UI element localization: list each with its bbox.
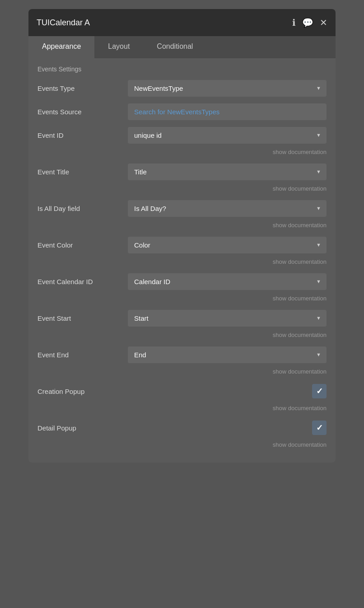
select-event-end[interactable]: End <box>128 346 327 363</box>
checkbox-wrapper-creation-popup <box>128 384 327 398</box>
doc-row-event-start: show documentation <box>37 331 327 342</box>
control-event-title: Title <box>128 164 327 180</box>
field-event-end: Event End End <box>37 344 327 365</box>
checkbox-wrapper-detail-popup <box>128 421 327 435</box>
control-event-calendar-id: Calendar ID <box>128 273 327 290</box>
link-events-source[interactable]: Search for NewEventsTypes <box>128 103 327 120</box>
label-event-id: Event ID <box>37 131 128 139</box>
field-event-start: Event Start Start <box>37 307 327 329</box>
select-wrapper-event-end: End <box>128 346 327 363</box>
doc-link-event-start[interactable]: show documentation <box>128 331 327 342</box>
control-event-start: Start <box>128 310 327 327</box>
control-event-end: End <box>128 346 327 363</box>
doc-link-event-calendar-id[interactable]: show documentation <box>128 294 327 305</box>
doc-row-event-id: show documentation <box>37 148 327 159</box>
label-events-source: Events Source <box>37 108 128 116</box>
select-wrapper-event-color: Color <box>128 237 327 253</box>
field-is-all-day: Is All Day field Is All Day? <box>37 197 327 219</box>
control-detail-popup <box>128 421 327 435</box>
label-event-calendar-id: Event Calendar ID <box>37 278 128 285</box>
title-bar: TUICalendar A ℹ 💬 ✕ <box>28 9 336 36</box>
section-header: Events Settings <box>37 58 327 77</box>
window: TUICalendar A ℹ 💬 ✕ Appearance Layout Co… <box>28 9 336 463</box>
title-bar-icons: ℹ 💬 ✕ <box>292 17 327 28</box>
window-title: TUICalendar A <box>37 18 90 28</box>
label-creation-popup: Creation Popup <box>37 388 128 395</box>
label-events-type: Events Type <box>37 84 128 92</box>
control-events-type: NewEventsType <box>128 80 327 97</box>
field-event-title: Event Title Title <box>37 161 327 182</box>
doc-link-event-color[interactable]: show documentation <box>128 257 327 269</box>
label-is-all-day: Is All Day field <box>37 205 128 212</box>
doc-link-event-title[interactable]: show documentation <box>128 184 327 196</box>
select-wrapper-events-type: NewEventsType <box>128 80 327 97</box>
content-area: Events Settings Events Type NewEventsTyp… <box>28 58 336 463</box>
info-icon[interactable]: ℹ <box>292 17 296 28</box>
doc-row-event-title: show documentation <box>37 184 327 196</box>
tab-bar: Appearance Layout Conditional <box>28 36 336 58</box>
select-wrapper-event-id: unique id <box>128 127 327 144</box>
doc-link-event-end[interactable]: show documentation <box>128 367 327 379</box>
label-event-start: Event Start <box>37 314 128 322</box>
field-creation-popup: Creation Popup <box>37 380 327 402</box>
doc-row-event-calendar-id: show documentation <box>37 294 327 305</box>
select-event-id[interactable]: unique id <box>128 127 327 144</box>
select-wrapper-event-calendar-id: Calendar ID <box>128 273 327 290</box>
field-events-type: Events Type NewEventsType <box>37 77 327 99</box>
doc-link-is-all-day[interactable]: show documentation <box>128 221 327 232</box>
doc-row-detail-popup: show documentation <box>37 440 327 452</box>
checkbox-creation-popup[interactable] <box>312 384 327 398</box>
field-detail-popup: Detail Popup <box>37 417 327 439</box>
doc-row-event-color: show documentation <box>37 257 327 269</box>
chat-icon[interactable]: 💬 <box>302 17 313 28</box>
field-event-calendar-id: Event Calendar ID Calendar ID <box>37 271 327 292</box>
tab-appearance[interactable]: Appearance <box>28 36 94 58</box>
control-events-source: Search for NewEventsTypes <box>128 103 327 120</box>
select-wrapper-is-all-day: Is All Day? <box>128 200 327 217</box>
doc-row-is-all-day: show documentation <box>37 221 327 232</box>
doc-row-creation-popup: show documentation <box>37 404 327 415</box>
label-event-title: Event Title <box>37 168 128 176</box>
control-is-all-day: Is All Day? <box>128 200 327 217</box>
label-event-end: Event End <box>37 351 128 359</box>
doc-link-detail-popup[interactable]: show documentation <box>128 440 327 452</box>
select-wrapper-event-title: Title <box>128 164 327 180</box>
field-events-source: Events Source Search for NewEventsTypes <box>37 101 327 122</box>
select-event-color[interactable]: Color <box>128 237 327 253</box>
control-creation-popup <box>128 384 327 398</box>
select-event-start[interactable]: Start <box>128 310 327 327</box>
tab-layout[interactable]: Layout <box>94 36 143 58</box>
checkbox-detail-popup[interactable] <box>312 421 327 435</box>
doc-row-event-end: show documentation <box>37 367 327 379</box>
select-event-calendar-id[interactable]: Calendar ID <box>128 273 327 290</box>
label-event-color: Event Color <box>37 241 128 249</box>
tab-conditional[interactable]: Conditional <box>143 36 206 58</box>
control-event-id: unique id <box>128 127 327 144</box>
doc-link-event-id[interactable]: show documentation <box>128 148 327 159</box>
select-wrapper-event-start: Start <box>128 310 327 327</box>
select-event-title[interactable]: Title <box>128 164 327 180</box>
label-detail-popup: Detail Popup <box>37 424 128 432</box>
field-event-color: Event Color Color <box>37 234 327 256</box>
select-events-type[interactable]: NewEventsType <box>128 80 327 97</box>
select-is-all-day[interactable]: Is All Day? <box>128 200 327 217</box>
field-event-id: Event ID unique id <box>37 124 327 146</box>
doc-link-creation-popup[interactable]: show documentation <box>128 404 327 415</box>
control-event-color: Color <box>128 237 327 253</box>
close-icon[interactable]: ✕ <box>320 17 327 28</box>
